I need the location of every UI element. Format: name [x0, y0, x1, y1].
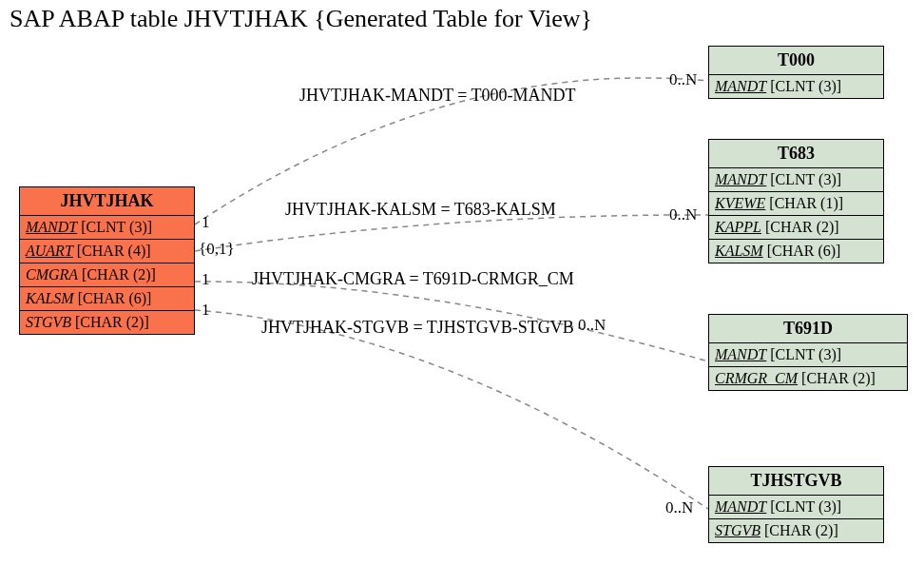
- entity-title: T000: [709, 47, 883, 75]
- entity-field: KAPPL [CHAR (2)]: [709, 216, 883, 240]
- cardinality-right: 0..N: [669, 205, 697, 224]
- entity-field: CRMGR_CM [CHAR (2)]: [709, 367, 907, 390]
- entity-field: MANDT [CLNT (3)]: [709, 496, 883, 519]
- entity-field: MANDT [CLNT (3)]: [709, 75, 883, 98]
- cardinality-right: 0..N: [578, 316, 606, 335]
- cardinality-left: 1: [202, 301, 210, 320]
- entity-field: MANDT [CLNT (3)]: [709, 343, 907, 367]
- cardinality-left: 1: [202, 213, 210, 232]
- entity-field: KALSM [CHAR (6)]: [709, 240, 883, 263]
- entity-field: AUART [CHAR (4)]: [20, 240, 194, 263]
- relation-label: JHVTJHAK-MANDT = T000-MANDT: [299, 86, 575, 106]
- entity-tjhstgvb: TJHSTGVB MANDT [CLNT (3)]STGVB [CHAR (2)…: [708, 466, 884, 543]
- relation-label: JHVTJHAK-CMGRA = T691D-CRMGR_CM: [252, 269, 574, 289]
- relation-label: JHVTJHAK-KALSM = T683-KALSM: [285, 200, 556, 220]
- cardinality-right: 0..N: [669, 70, 697, 89]
- cardinality-left: 1: [202, 270, 210, 289]
- entity-field: MANDT [CLNT (3)]: [20, 216, 194, 240]
- entity-field: STGVB [CHAR (2)]: [709, 519, 883, 542]
- page-title: SAP ABAP table JHVTJHAK {Generated Table…: [10, 5, 592, 33]
- cardinality-right: 0..N: [665, 498, 693, 517]
- entity-title: T683: [709, 140, 883, 168]
- entity-field: MANDT [CLNT (3)]: [709, 168, 883, 192]
- entity-title: T691D: [709, 315, 907, 343]
- diagram-stage: SAP ABAP table JHVTJHAK {Generated Table…: [0, 0, 924, 585]
- entity-t683: T683 MANDT [CLNT (3)]KVEWE [CHAR (1)]KAP…: [708, 139, 884, 263]
- entity-field: KALSM [CHAR (6)]: [20, 287, 194, 311]
- relation-label: JHVTJHAK-STGVB = TJHSTGVB-STGVB: [261, 318, 574, 338]
- entity-t000: T000 MANDT [CLNT (3)]: [708, 46, 884, 99]
- cardinality-left: {0,1}: [199, 240, 235, 259]
- entity-jhvtjhak: JHVTJHAK MANDT [CLNT (3)]AUART [CHAR (4)…: [19, 186, 195, 335]
- entity-field: KVEWE [CHAR (1)]: [709, 192, 883, 216]
- entity-t691d: T691D MANDT [CLNT (3)]CRMGR_CM [CHAR (2)…: [708, 314, 908, 391]
- entity-field: CMGRA [CHAR (2)]: [20, 263, 194, 287]
- entity-title: JHVTJHAK: [20, 187, 194, 216]
- entity-field: STGVB [CHAR (2)]: [20, 311, 194, 334]
- entity-title: TJHSTGVB: [709, 467, 883, 496]
